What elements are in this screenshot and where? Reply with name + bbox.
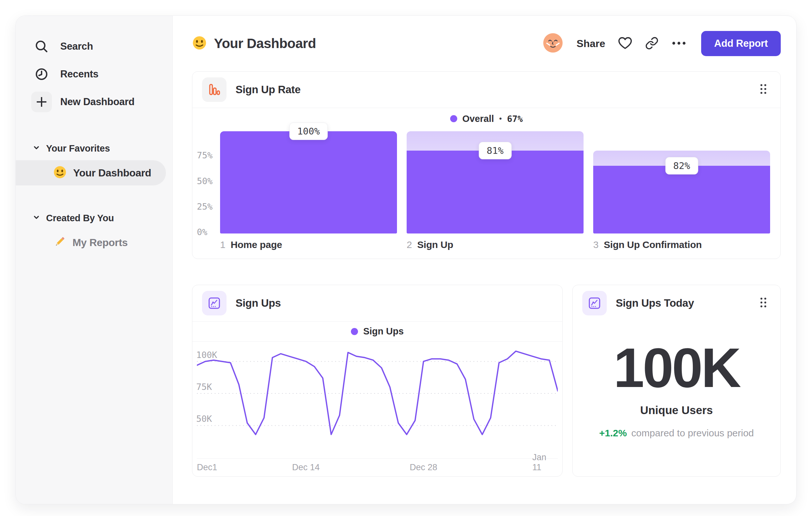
section-title: Created By You: [46, 213, 114, 223]
favorites-section: Your Favorites Your Dashboard: [16, 139, 172, 185]
sidebar-item-label: Search: [60, 40, 93, 52]
sign-ups-today-card: Sign Ups Today 100K Unique Users +1.2% c…: [572, 285, 781, 477]
y-tick-label: 50K: [196, 414, 212, 424]
topbar: Your Dashboard Share: [192, 16, 781, 71]
kpi-delta: +1.2%: [599, 428, 627, 439]
favorites-section-header[interactable]: Your Favorites: [16, 139, 172, 158]
drag-handle-icon[interactable]: [756, 293, 771, 313]
main-content: Your Dashboard Share: [173, 16, 796, 504]
sidebar-item-recents[interactable]: Recents: [16, 60, 172, 88]
sign-ups-today-card-header: Sign Ups Today: [573, 285, 780, 321]
heart-icon: [618, 37, 632, 51]
section-title: Your Favorites: [46, 143, 110, 154]
funnel-step-label: 3Sign Up Confirmation: [593, 239, 770, 250]
funnel-bars: 100%1Home page81%2Sign Up82%3Sign Up Con…: [220, 131, 770, 259]
sidebar: Search Recents New Dashboard Your Favori…: [16, 16, 173, 504]
card-title: Sign Ups Today: [616, 297, 747, 309]
funnel-value-tag: 100%: [289, 123, 328, 140]
funnel-bar[interactable]: 81%: [407, 131, 584, 234]
chevron-down-icon: [33, 214, 40, 222]
card-title: Sign Up Rate: [236, 84, 747, 96]
legend-dot: [450, 115, 457, 122]
y-tick-label: 25%: [197, 201, 213, 212]
sidebar-item-label: My Reports: [72, 237, 127, 249]
created-by-you-section: Created By You My Reports: [16, 209, 172, 255]
line-series: [197, 351, 558, 434]
smiley-emoji: [53, 165, 67, 180]
search-icon: [31, 36, 52, 57]
funnel-step-label: 1Home page: [220, 239, 397, 250]
sidebar-item-your-dashboard[interactable]: Your Dashboard: [16, 160, 166, 185]
line-chart-icon: [582, 291, 607, 316]
funnel-step: 82%3Sign Up Confirmation: [593, 131, 770, 259]
funnel-step: 81%2Sign Up: [407, 131, 584, 259]
y-tick-label: 75K: [196, 382, 212, 392]
copy-link-button[interactable]: [645, 36, 659, 51]
share-button[interactable]: Share: [576, 38, 605, 50]
line-x-axis: Dec1Dec 14Dec 28Jan 11: [197, 458, 558, 476]
funnel-chart: 75%50%25%0% 100%1Home page81%2Sign Up82%…: [192, 129, 780, 259]
x-tick-label: Dec 28: [410, 462, 438, 472]
plus-icon: [31, 91, 52, 112]
sign-up-rate-card: Sign Up Rate Overall • 67% 75%50%25%0% 1…: [192, 71, 781, 259]
step-name: Sign Up Confirmation: [604, 239, 702, 250]
sign-ups-card: Sign Ups Sign Ups 100K75K50K Dec1Dec 14D…: [192, 285, 562, 477]
app-window: Search Recents New Dashboard Your Favori…: [16, 16, 796, 505]
created-by-you-section-header[interactable]: Created By You: [16, 209, 172, 227]
kpi-delta-row: +1.2% compared to previous period: [599, 428, 754, 439]
y-tick-label: 0%: [197, 227, 207, 237]
sidebar-item-my-reports[interactable]: My Reports: [16, 230, 166, 255]
legend-label: Overall: [462, 113, 494, 124]
more-options-button[interactable]: [671, 41, 686, 47]
avatar[interactable]: [542, 32, 563, 55]
y-tick-label: 75%: [197, 150, 213, 160]
funnel-bars-icon: [202, 77, 227, 102]
funnel-value-tag: 82%: [665, 157, 698, 174]
x-tick-label: Dec1: [197, 462, 217, 472]
sidebar-item-new-dashboard[interactable]: New Dashboard: [16, 88, 172, 116]
line-plot: 100K75K50K: [197, 342, 558, 458]
funnel-bar-fill: [593, 166, 770, 234]
chevron-down-icon: [33, 144, 40, 153]
clock-icon: [31, 64, 52, 84]
funnel-bar-fill: [407, 151, 584, 234]
step-number: 3: [593, 239, 599, 250]
line-legend[interactable]: Sign Ups: [192, 322, 562, 342]
funnel-value-tag: 81%: [478, 142, 511, 159]
legend-value: 67%: [507, 114, 523, 124]
y-tick-label: 50%: [197, 176, 213, 186]
kpi-value: 100K: [613, 340, 740, 396]
funnel-legend[interactable]: Overall • 67%: [192, 108, 780, 129]
funnel-bar[interactable]: 82%: [593, 131, 770, 234]
step-name: Home page: [231, 239, 282, 250]
x-tick-label: Jan 11: [532, 453, 549, 472]
funnel-bar-fill: [220, 131, 397, 234]
kpi-delta-text: compared to previous period: [631, 428, 754, 439]
page-title: Your Dashboard: [214, 36, 316, 51]
step-number: 2: [407, 239, 412, 250]
line-chart-svg: [197, 345, 558, 451]
x-tick-label: Dec 14: [292, 462, 320, 472]
sidebar-item-label: Recents: [60, 69, 98, 80]
legend-label: Sign Ups: [363, 326, 404, 337]
favorite-heart-button[interactable]: [618, 37, 632, 51]
topbar-actions: Share Add Report: [542, 31, 781, 56]
step-name: Sign Up: [417, 239, 453, 250]
funnel-bar[interactable]: 100%: [220, 131, 397, 234]
sign-up-rate-card-header: Sign Up Rate: [192, 72, 780, 108]
add-report-button[interactable]: Add Report: [701, 31, 781, 56]
funnel-step-label: 2Sign Up: [407, 239, 584, 250]
legend-separator: •: [499, 114, 502, 123]
drag-handle-icon[interactable]: [756, 80, 771, 100]
y-tick-label: 100K: [196, 350, 217, 360]
sidebar-item-search[interactable]: Search: [16, 33, 172, 60]
step-number: 1: [220, 239, 226, 250]
kpi-label: Unique Users: [640, 404, 713, 417]
page-title-wrap: Your Dashboard: [192, 35, 316, 52]
legend-dot: [351, 328, 358, 335]
line-chart-icon: [202, 291, 227, 316]
kpi-body: 100K Unique Users +1.2% compared to prev…: [573, 321, 780, 476]
sidebar-item-label: New Dashboard: [60, 96, 134, 108]
funnel-y-axis: 75%50%25%0%: [197, 131, 220, 259]
sign-ups-card-header: Sign Ups: [192, 285, 562, 321]
